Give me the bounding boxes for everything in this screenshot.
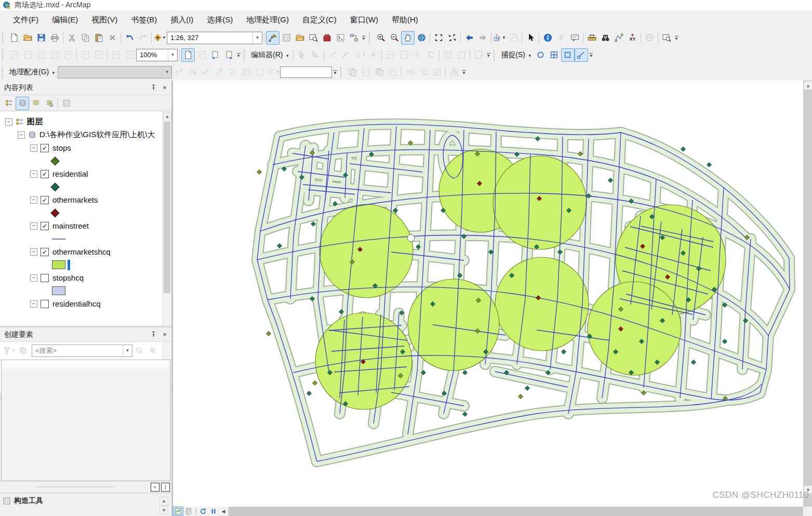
view-link-table-button[interactable]: [239, 65, 253, 79]
toolbar-overflow[interactable]: ▼: [485, 49, 491, 61]
split-tool[interactable]: [410, 48, 424, 62]
dist-geodatabase-button-1[interactable]: [345, 65, 359, 79]
cut-polygons-tool[interactable]: [397, 48, 410, 62]
template-search-combo[interactable]: <搜索> ▼: [32, 345, 132, 357]
point-snapping-button[interactable]: [534, 48, 548, 62]
pan-tool[interactable]: [401, 31, 415, 45]
layer-checkbox[interactable]: [41, 274, 49, 282]
layer-checkbox[interactable]: ✓: [41, 222, 49, 230]
print-button[interactable]: [48, 31, 61, 45]
search-window-button[interactable]: [307, 31, 320, 45]
add-control-points-tool[interactable]: [172, 65, 185, 79]
layer-symbol-stopshcq[interactable]: [0, 284, 171, 297]
replica-manager-button[interactable]: [447, 65, 461, 79]
clear-selection-button[interactable]: [507, 31, 520, 45]
layer-row-mainstreet[interactable]: − ✓ mainstreet: [0, 219, 171, 232]
undo-button[interactable]: [123, 31, 136, 45]
list-by-source-button[interactable]: [16, 97, 29, 110]
layout-forward-extent[interactable]: [123, 48, 136, 62]
layout-zoom-percent-combo[interactable]: 100% ▼: [136, 49, 178, 61]
layout-zoom-whole-page[interactable]: [48, 48, 61, 62]
expander-icon[interactable]: −: [30, 222, 37, 230]
toolbar-overflow[interactable]: ▼: [332, 67, 338, 78]
measure-tool[interactable]: [585, 31, 598, 45]
python-window-button[interactable]: [334, 31, 347, 45]
layer-row-residential[interactable]: − ✓ residential: [0, 167, 171, 180]
trace-tool[interactable]: ▼: [353, 48, 366, 62]
zoom-out-tool[interactable]: [388, 31, 401, 45]
create-features-pin-icon[interactable]: [149, 330, 158, 339]
layout-zoom-in-tool[interactable]: [7, 48, 21, 62]
organize-templates-button[interactable]: [16, 344, 30, 358]
arctoolbox-button[interactable]: [320, 31, 334, 45]
edit-annotation-tool[interactable]: [309, 48, 322, 62]
hyperlink-tool[interactable]: [554, 31, 568, 45]
endpoint-arc-tool[interactable]: [339, 48, 353, 62]
layer-symbol-stops[interactable]: [0, 154, 171, 167]
attributes-button[interactable]: [441, 48, 455, 62]
toolbar-overflow[interactable]: ▼: [461, 67, 467, 78]
georeferencing-menu-button[interactable]: 地理配准(G) ▼: [7, 66, 58, 78]
layer-checkbox[interactable]: ✓: [41, 196, 49, 204]
layer-row-othermarketshcq[interactable]: − ✓ othermarketshcq: [0, 245, 171, 258]
scroll-up-icon[interactable]: ▲: [804, 81, 812, 90]
layout-back-extent[interactable]: [109, 48, 123, 62]
copy-button[interactable]: [78, 31, 92, 45]
menu-view[interactable]: 视图(V): [85, 13, 124, 27]
save-button[interactable]: [34, 31, 48, 45]
layout-view-button[interactable]: [183, 507, 194, 516]
go-to-xy-button[interactable]: [625, 31, 639, 45]
focus-data-frame-button[interactable]: [195, 48, 208, 62]
delete-link-tool[interactable]: [226, 65, 239, 79]
pause-drawing-button[interactable]: [208, 507, 219, 516]
catalog-window-button[interactable]: [293, 31, 307, 45]
list-by-drawing-order-button[interactable]: [2, 97, 16, 110]
back-extent-button[interactable]: [462, 31, 476, 45]
scroll-up-icon[interactable]: ▲: [163, 112, 171, 121]
snapping-menu-button[interactable]: 捕捉(S) ▼: [499, 49, 534, 61]
splitter-handle-button[interactable]: |: [161, 483, 170, 492]
dist-geodatabase-button-2[interactable]: [359, 65, 372, 79]
zoom-in-tool[interactable]: [374, 31, 388, 45]
toolbar-grip[interactable]: [369, 32, 372, 44]
template-filter-button[interactable]: ▼: [3, 344, 16, 358]
toc-source-node[interactable]: − D:\各种作业\GIS软件应用\上机\大: [0, 128, 171, 141]
search-dropdown-icon[interactable]: ▼: [123, 345, 132, 356]
editor-menu-button[interactable]: 编辑器(R) ▼: [249, 49, 291, 61]
scroll-left-icon[interactable]: ◀: [219, 507, 229, 516]
auto-registration-tool[interactable]: [185, 65, 199, 79]
collapse-chevron-button[interactable]: »: [151, 483, 159, 492]
toolbar-grip[interactable]: [494, 49, 497, 61]
table-of-contents-button[interactable]: [279, 31, 293, 45]
find-button[interactable]: [598, 31, 612, 45]
edit-tool[interactable]: [295, 48, 309, 62]
create-features-close-icon[interactable]: ×: [160, 330, 169, 339]
list-by-visibility-button[interactable]: [29, 97, 43, 110]
toc-root-layers[interactable]: − 图层: [0, 115, 171, 128]
new-document-button[interactable]: [7, 31, 21, 45]
layer-checkbox[interactable]: [41, 300, 49, 308]
paste-button[interactable]: [92, 31, 105, 45]
toolbar-overflow[interactable]: ▼: [235, 49, 242, 61]
toolbar-grip[interactable]: [340, 67, 344, 78]
html-popup-tool[interactable]: [568, 31, 581, 45]
layer-symbol-othermarkets[interactable]: [0, 206, 171, 219]
expander-icon[interactable]: −: [30, 196, 37, 204]
cut-button[interactable]: [65, 31, 78, 45]
expander-icon[interactable]: −: [30, 144, 37, 152]
editor-sketch-tool-button[interactable]: [266, 31, 279, 45]
expander-icon[interactable]: −: [30, 300, 37, 308]
expander-icon[interactable]: −: [30, 170, 37, 178]
scale-dropdown-icon[interactable]: ▼: [252, 32, 262, 44]
menu-bookmarks[interactable]: 书签(B): [124, 13, 164, 27]
layer-checkbox[interactable]: ✓: [41, 248, 49, 256]
select-elements-tool[interactable]: [524, 31, 537, 45]
expander-icon[interactable]: −: [30, 248, 37, 256]
toolbar-overflow[interactable]: ▼: [588, 49, 594, 61]
menu-help[interactable]: 帮助(H): [385, 13, 425, 27]
zoom-percent-dropdown-icon[interactable]: ▼: [168, 49, 177, 61]
toolbar-overflow[interactable]: ▼: [361, 32, 367, 44]
menu-customize[interactable]: 自定义(C): [296, 13, 343, 27]
toolbar-grip[interactable]: [2, 32, 6, 44]
layer-symbol-mainstreet[interactable]: [0, 232, 171, 245]
